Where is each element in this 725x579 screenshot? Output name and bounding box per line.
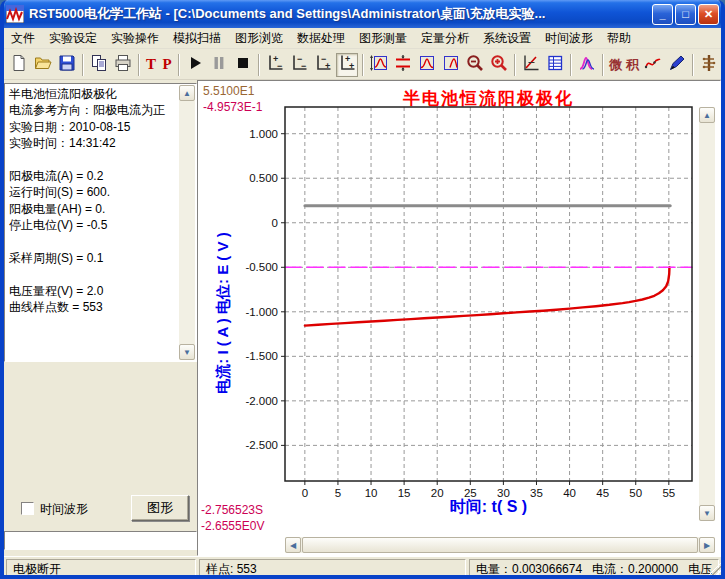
stop-run-button[interactable] [232,53,254,77]
pause-run-button[interactable] [208,53,230,77]
info-line: 阳极电流(A) = 0.2 [9,168,178,184]
info-line: 实验日期：2010-08-15 [9,119,178,135]
menu-item-7[interactable]: 图形测量 [352,28,414,49]
menu-item-2[interactable]: 实验设定 [42,28,104,49]
save-button[interactable] [56,53,78,77]
menu-bar: 文件实验设定实验操作模拟扫描图形浏览数据处理图形测量定量分析系统设置时间波形帮助 [4,28,721,49]
resize-grip[interactable] [707,562,721,576]
info-line: 电压量程(V) = 2.0 [9,283,178,299]
close-button[interactable]: ✕ [698,4,719,25]
annotate-pen-button[interactable] [666,53,688,77]
axis-mode-1-button[interactable]: +− [264,53,286,77]
text-t-icon: T [146,57,156,72]
zoom-window-icon [417,53,437,77]
axis-mode-4-button[interactable]: ++ [336,53,358,77]
zoom-out-button[interactable] [464,53,486,77]
toolbar-separator [258,54,260,76]
derivative-button[interactable]: 微 [608,53,623,77]
copy-button[interactable] [88,53,110,77]
info-line: 电流参考方向：阳极电流为正 [9,102,178,118]
derivative-icon: 微 [609,58,622,71]
chart-scroll-left-icon[interactable]: ◀ [285,537,301,553]
menu-item-3[interactable]: 实验操作 [104,28,166,49]
integral-button[interactable]: 积 [625,53,640,77]
status-current: 电流：0.200000 [592,562,678,576]
zoom-in-button[interactable] [488,53,510,77]
info-line: 阳极电量(AH) = 0. [9,201,178,217]
axis-mode-2-icon: −− [289,53,309,77]
toolbar-separator [602,54,604,76]
experiment-info-text: 半电池恒流阳极极化电流参考方向：阳极电流为正实验日期：2010-08-15实验时… [9,86,178,316]
menu-item-6[interactable]: 数据处理 [290,28,352,49]
open-file-icon [33,53,53,77]
toolbar-separator [362,54,364,76]
overlay-curves-button[interactable] [576,53,598,77]
text-t-button[interactable]: T [144,53,158,77]
menu-item-4[interactable]: 模拟扫描 [166,28,228,49]
chart-scroll-thumb[interactable] [302,537,698,553]
scroll-down-icon[interactable]: ▼ [179,344,195,360]
chart-panel[interactable]: 5.5100E1 -4.9573E-1 半电池恒流阳极极化 电流: I ( A … [197,80,721,556]
data-list-button[interactable] [544,53,566,77]
graph-button[interactable]: 图形 [131,495,189,521]
chart-vertical-scrollbar[interactable]: ▲ ▼ [699,107,715,521]
overlay-curves-icon [577,53,597,77]
autoscale-y-button[interactable] [368,53,390,77]
data-list-icon [545,53,565,77]
menu-item-5[interactable]: 图形浏览 [228,28,290,49]
integral-icon: 积 [626,58,639,71]
measure-icon [521,53,541,77]
toolbar-separator [138,54,140,76]
x-axis-label: 时间: t( S ) [285,497,692,518]
chart-scroll-right-icon[interactable]: ▶ [699,537,715,553]
info-scrollbar[interactable]: ▲ ▼ [179,85,195,360]
new-file-button[interactable] [8,53,30,77]
probe-icon [699,53,719,77]
svg-text:−: − [301,60,306,70]
zoom-half-window-button[interactable] [440,53,462,77]
smooth-icon [643,53,663,77]
left-bottom-box [4,531,197,550]
svg-text:+: + [349,60,354,70]
status-charge: 电量：0.003066674 [476,562,582,576]
menu-item-8[interactable]: 定量分析 [414,28,476,49]
axis-mode-2-button[interactable]: −− [288,53,310,77]
axis-mode-3-button[interactable]: −+ [312,53,334,77]
info-line: 曲线样点数 = 553 [9,299,178,315]
info-line [9,234,178,250]
y-tick-label: -1.000 [245,306,278,318]
autoscale-y-icon [369,53,389,77]
print-button[interactable] [112,53,134,77]
compress-y-button[interactable] [392,53,414,77]
maximize-button[interactable]: □ [675,4,696,25]
start-run-button[interactable] [184,53,206,77]
title-bar[interactable]: RST5000电化学工作站 - [C:\Documents and Settin… [0,0,725,28]
chart-plot[interactable]: 1.0000.5000-0.500-1.000-1.500-2.000-2.50… [198,81,722,557]
y-tick-label: -2.000 [245,395,278,407]
menu-item-11[interactable]: 帮助 [600,28,638,49]
axis-mode-1-icon: +− [265,53,285,77]
menu-item-10[interactable]: 时间波形 [538,28,600,49]
open-file-button[interactable] [32,53,54,77]
probe-button[interactable] [698,53,720,77]
measure-button[interactable] [520,53,542,77]
toolbar-separator [570,54,572,76]
scroll-up-icon[interactable]: ▲ [179,85,195,101]
zoom-window-button[interactable] [416,53,438,77]
text-p-button[interactable]: P [160,53,174,77]
chart-scroll-up-icon[interactable]: ▲ [699,107,715,123]
menu-item-1[interactable]: 文件 [4,28,42,49]
y-tick-label: -0.500 [245,261,278,273]
pause-run-icon [209,53,229,77]
time-waveform-checkbox[interactable] [21,502,34,515]
chart-scroll-down-icon[interactable]: ▼ [699,505,715,521]
y-tick-label: -2.500 [245,439,278,451]
menu-item-9[interactable]: 系统设置 [476,28,538,49]
svg-text:−: − [277,60,282,70]
chart-horizontal-scrollbar[interactable]: ◀ ▶ [285,537,715,553]
readout-bottom-time: -2.756523S [201,502,264,518]
smooth-button[interactable] [642,53,664,77]
minimize-button[interactable]: _ [652,4,673,25]
start-run-icon [185,53,205,77]
potential-curve [305,267,670,325]
